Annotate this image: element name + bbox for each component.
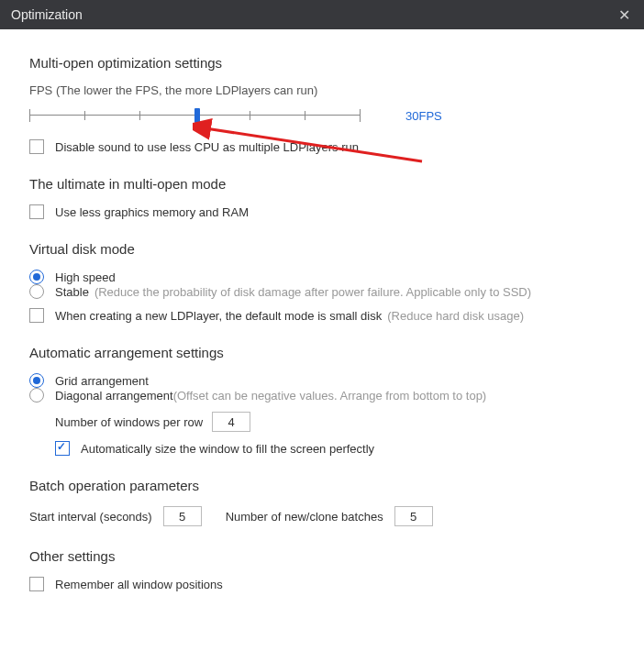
high-speed-radio[interactable] — [29, 270, 44, 284]
stable-label: Stable — [55, 285, 89, 299]
section-arrangement: Automatic arrangement settings Grid arra… — [29, 345, 615, 456]
section-title-multi-open: Multi-open optimization settings — [29, 55, 615, 71]
windows-per-row-row: Number of windows per row — [29, 412, 615, 432]
section-title-ultimate: The ultimate in multi-open mode — [29, 176, 615, 192]
section-title-other: Other settings — [29, 548, 615, 564]
content-area: Multi-open optimization settings FPS (Th… — [0, 29, 644, 591]
close-icon[interactable]: ✕ — [615, 6, 633, 24]
section-title-arrangement: Automatic arrangement settings — [29, 345, 615, 360]
disable-sound-checkbox[interactable] — [29, 139, 44, 154]
batches-input[interactable] — [394, 506, 433, 526]
fps-slider-row: 30FPS — [29, 106, 615, 125]
auto-size-label: Automatically size the window to fill th… — [81, 442, 374, 456]
less-graphics-label: Use less graphics memory and RAM — [55, 205, 249, 219]
section-multi-open: Multi-open optimization settings FPS (Th… — [29, 55, 615, 154]
high-speed-label: High speed — [55, 270, 116, 284]
batch-inputs-row: Start interval (seconds) Number of new/c… — [29, 506, 615, 526]
auto-size-row: Automatically size the window to fill th… — [29, 441, 615, 456]
slider-tick — [305, 111, 305, 120]
diagonal-label: Diagonal arrangement — [55, 389, 173, 403]
start-interval-input[interactable] — [163, 506, 202, 526]
section-title-virtual-disk: Virtual disk mode — [29, 241, 615, 257]
stable-option[interactable]: Stable (Reduce the probability of disk d… — [29, 284, 531, 299]
grid-option[interactable]: Grid arrangement — [29, 373, 149, 388]
diagonal-option[interactable]: Diagonal arrangement (Offset can be nega… — [29, 388, 486, 403]
window-titlebar: Optimization ✕ — [0, 0, 644, 29]
grid-radio[interactable] — [29, 373, 44, 388]
window-title: Optimization — [11, 7, 83, 22]
batches-label: Number of new/clone batches — [226, 510, 383, 524]
disable-sound-label: Disable sound to use less CPU as multipl… — [55, 140, 359, 154]
diagonal-radio[interactable] — [29, 388, 44, 403]
remember-positions-row: Remember all window positions — [29, 577, 615, 591]
section-title-batch: Batch operation parameters — [29, 478, 615, 493]
stable-radio[interactable] — [29, 284, 44, 299]
fps-description: FPS (The lower the FPS, the more LDPlaye… — [29, 83, 615, 97]
section-other: Other settings Remember all window posit… — [29, 548, 615, 591]
small-disk-row: When creating a new LDPlayer, the defaul… — [29, 308, 615, 323]
remember-positions-checkbox[interactable] — [29, 577, 44, 591]
windows-per-row-input[interactable] — [212, 412, 250, 432]
slider-tick — [250, 111, 250, 120]
less-graphics-row: Use less graphics memory and RAM — [29, 204, 615, 219]
slider-handle[interactable] — [194, 108, 200, 123]
small-disk-hint: (Reduce hard disk usage) — [387, 309, 524, 323]
small-disk-label: When creating a new LDPlayer, the defaul… — [55, 309, 382, 323]
diagonal-hint: (Offset can be negative values. Arrange … — [173, 389, 487, 403]
slider-tick — [29, 109, 30, 122]
slider-tick — [139, 111, 140, 120]
slider-tick — [360, 109, 361, 122]
remember-positions-label: Remember all window positions — [55, 578, 223, 591]
disk-mode-radio-group: High speed Stable (Reduce the probabilit… — [29, 270, 615, 299]
section-virtual-disk: Virtual disk mode High speed Stable (Red… — [29, 241, 615, 323]
small-disk-checkbox[interactable] — [29, 308, 44, 323]
high-speed-option[interactable]: High speed — [29, 270, 116, 284]
section-ultimate: The ultimate in multi-open mode Use less… — [29, 176, 615, 219]
less-graphics-checkbox[interactable] — [29, 204, 44, 219]
windows-per-row-label: Number of windows per row — [55, 415, 203, 429]
arrangement-radio-group: Grid arrangement Diagonal arrangement (O… — [29, 373, 615, 403]
slider-tick — [84, 111, 85, 120]
section-batch: Batch operation parameters Start interva… — [29, 478, 615, 526]
stable-hint: (Reduce the probability of disk damage a… — [94, 285, 531, 299]
fps-slider[interactable] — [29, 106, 360, 125]
disable-sound-row: Disable sound to use less CPU as multipl… — [29, 139, 615, 154]
fps-value-label: 30FPS — [405, 109, 442, 123]
start-interval-label: Start interval (seconds) — [29, 510, 152, 524]
grid-label: Grid arrangement — [55, 374, 149, 388]
auto-size-checkbox[interactable] — [55, 441, 70, 456]
